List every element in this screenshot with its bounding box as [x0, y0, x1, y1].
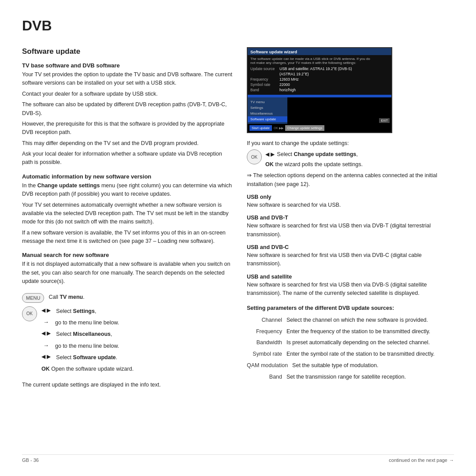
- tv-inner: Software update wizard The software upda…: [248, 48, 391, 132]
- usb-sat-text: New software is searched for first via U…: [247, 281, 454, 298]
- manual-para-0: If it is not displayed automatically tha…: [22, 260, 234, 286]
- arrow-right-icon: →: [449, 457, 454, 463]
- step-ok-open: OK Open the software update wizard.: [41, 365, 134, 373]
- left-para-5: Ask your local dealer for information wh…: [22, 150, 234, 167]
- tv-desc: The software update can be made via a US…: [250, 57, 389, 65]
- right-column: Software update wizard The software upda…: [247, 47, 454, 450]
- tv-menu-item-swupdate: Software update: [248, 116, 287, 122]
- left-para-3: However, the prerequisite for this is th…: [22, 120, 234, 137]
- right-intro: If you want to change the update setting…: [247, 139, 454, 148]
- right-step-ok: OK the wizard polls the update settings.: [265, 160, 363, 169]
- tv-change-settings-btn: Change update settings: [285, 125, 324, 131]
- usb-only-text: New software is searched for via USB.: [247, 201, 454, 209]
- menu-button: MENU: [22, 293, 44, 303]
- setting-label-channel: Channel: [247, 316, 286, 324]
- usb-dvbt-text: New software is searched for first via U…: [247, 222, 454, 239]
- step-go-down-2: → go to the menu line below.: [41, 342, 134, 350]
- tv-frequency-row: Frequency 12603 MHz: [250, 77, 389, 82]
- arrow-down-1: →: [43, 319, 49, 325]
- tv-menu-area: TV menu Settings Miscellaneous Software …: [248, 97, 391, 124]
- setting-row-symbolrate: Symbol rate Enter the symbol rate of the…: [247, 350, 454, 358]
- page-footer: GB - 36 continued on the next page →: [22, 454, 454, 463]
- tv-ok-sym: OK ▶▶: [274, 126, 283, 130]
- subsection-auto-info: Automatic information by new software ve…: [22, 173, 234, 180]
- usb-sat-section: USB and satellite New software is search…: [247, 274, 454, 298]
- tv-symbol-rate-row: Symbol rate 22000: [250, 82, 389, 87]
- right-ok-row: OK ◀ ▶ Select Change update settings, OK…: [247, 149, 454, 169]
- tv-top-bar: Software update wizard: [248, 48, 391, 55]
- left-para-4: This may differ depending on the TV set …: [22, 139, 234, 148]
- tv-update-source-val: USB and satellite: ASTRA1 19.2°E (DVB-S): [279, 67, 352, 71]
- step-go-down-1: → go to the menu line below.: [41, 319, 134, 327]
- setting-label-bandwidth: Bandwidth: [247, 338, 286, 347]
- setting-row-qam: QAM modulation Set the suitable type of …: [247, 361, 454, 370]
- tv-update-source-row: Update source USB and satellite: ASTRA1 …: [250, 67, 389, 71]
- tv-menu-right: EXIT: [287, 97, 391, 124]
- right-ok-btn-icon: OK: [247, 149, 262, 164]
- usb-only-title: USB only: [247, 194, 454, 200]
- step-settings-text: Select Settings,: [56, 307, 96, 316]
- right-steps: ◀ ▶ Select Change update settings, OK th…: [265, 150, 363, 169]
- ok-button-icon: OK: [22, 306, 37, 321]
- usb-only-section: USB only New software is searched for vi…: [247, 194, 454, 209]
- setting-label-qam: QAM modulation: [247, 361, 292, 370]
- tv-update-source-label: Update source: [250, 67, 277, 71]
- setting-value-frequency: Enter the frequency of the station to be…: [286, 327, 454, 336]
- step-select-misc: ◀ ▶ Select Miscellaneous,: [41, 330, 134, 338]
- section-title: Software update: [22, 47, 234, 56]
- lr-arrows-settings: ◀ ▶: [41, 307, 51, 313]
- right-step-change: ◀ ▶ Select Change update settings,: [265, 150, 363, 159]
- auto-para-2: If a new software version is available, …: [22, 229, 234, 246]
- setting-value-bandwidth: Is preset automatically depending on the…: [286, 338, 454, 347]
- setting-row-bandwidth: Bandwidth Is preset automatically depend…: [247, 338, 454, 347]
- auto-para-0: In the Change update settings menu (see …: [22, 182, 234, 199]
- step-misc-text: Select Miscellaneous,: [56, 330, 112, 338]
- usb-dvbt-section: USB and DVB-T New software is searched f…: [247, 215, 454, 239]
- lr-arrows-sw: ◀ ▶: [41, 353, 51, 360]
- page: DVB Software update TV base software and…: [0, 0, 476, 476]
- tv-bottom-bar: Start update OK ▶▶ Change update setting…: [248, 124, 391, 132]
- setting-row-frequency: Frequency Enter the frequency of the sta…: [247, 327, 454, 336]
- tv-symbol-rate-val: 22000: [279, 82, 290, 87]
- setting-value-band: Set the transmission range for satellite…: [286, 373, 454, 381]
- setting-label-frequency: Frequency: [247, 327, 286, 336]
- tv-update-source-row2: (ASTRA1 19.2°E): [250, 72, 389, 76]
- tv-menu-left: TV menu Settings Miscellaneous Software …: [248, 97, 287, 124]
- setting-value-qam: Set the suitable type of modulation.: [292, 361, 454, 370]
- auto-para-1: Your TV set determines automatically ove…: [22, 201, 234, 227]
- step-ok-open-text: OK Open the software update wizard.: [41, 365, 134, 373]
- tv-menu-item-misc: Miscellaneous: [248, 111, 287, 116]
- usb-dvbt-title: USB and DVB-T: [247, 215, 454, 221]
- right-note: ⇒ The selection options depend on the an…: [247, 171, 454, 189]
- step-select-software-update: ◀ ▶ Select Software update.: [41, 353, 134, 362]
- step-list: ◀ ▶ Select Settings, → go to the menu li…: [41, 307, 134, 376]
- step-go-down-2-text: go to the menu line below.: [55, 342, 119, 350]
- tv-band-val: horiz/high: [279, 88, 296, 92]
- tv-start-update-btn: Start update: [249, 125, 272, 131]
- continued-text: continued on the next page →: [389, 457, 454, 463]
- tv-menu-item-tvmenu: TV menu: [248, 99, 287, 105]
- subsection-manual-search: Manual search for new software: [22, 252, 234, 258]
- usb-dvbc-title: USB and DVB-C: [247, 244, 454, 250]
- tv-update-source-val2: (ASTRA1 19.2°E): [279, 72, 309, 76]
- step-go-down-1-text: go to the menu line below.: [55, 319, 119, 327]
- left-para-2: The software can also be updated by diff…: [22, 100, 234, 118]
- left-column: Software update TV base software and DVB…: [22, 47, 234, 450]
- lr-arrows-misc: ◀ ▶: [41, 330, 51, 336]
- setting-value-channel: Select the channel on which the new soft…: [286, 316, 454, 324]
- setting-label-band: Band: [247, 373, 286, 381]
- setting-label-symbolrate: Symbol rate: [247, 350, 286, 358]
- setting-row-channel: Channel Select the channel on which the …: [247, 316, 454, 324]
- usb-dvbc-section: USB and DVB-C New software is searched f…: [247, 244, 454, 268]
- page-number: GB - 36: [22, 457, 39, 463]
- setting-value-symbolrate: Enter the symbol rate of the station to …: [286, 350, 454, 358]
- tv-band-label: Band: [250, 88, 277, 92]
- arrow-down-2: →: [43, 342, 49, 349]
- dvb-title: DVB: [22, 18, 454, 34]
- setting-title: Setting parameters of the different DVB …: [247, 304, 454, 312]
- steps-section: MENU Call TV menu. OK ◀ ▶ Select Setting…: [22, 293, 234, 390]
- setting-table: Setting parameters of the different DVB …: [247, 304, 454, 381]
- step-sw-text: Select Software update.: [56, 353, 117, 362]
- final-text: The current update settings are displaye…: [22, 381, 234, 389]
- main-content: Software update TV base software and DVB…: [22, 47, 454, 450]
